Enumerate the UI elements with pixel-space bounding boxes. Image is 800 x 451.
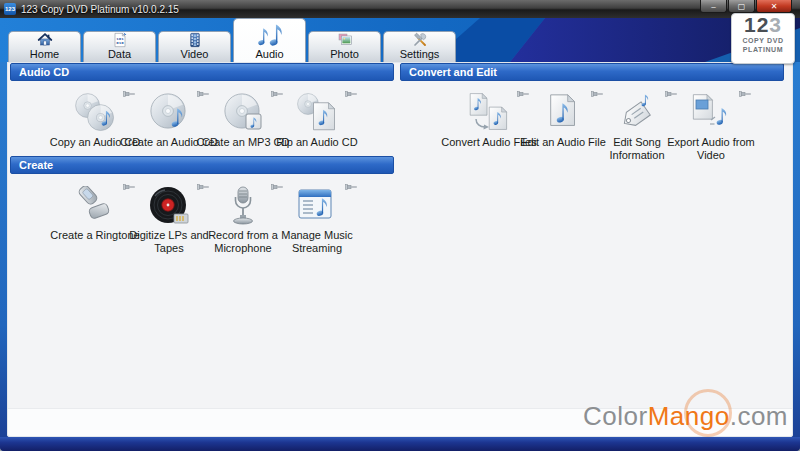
pin-icon[interactable] [345, 182, 358, 192]
tab-video[interactable]: Video [158, 31, 231, 62]
ringtone-icon [75, 186, 115, 226]
data-icon: 101 010 [109, 32, 131, 48]
photo-icon [334, 32, 356, 48]
svg-text:101: 101 [116, 37, 124, 41]
tool-icon-area [58, 88, 132, 133]
tab-home[interactable]: Home [8, 31, 81, 62]
window-title: 123 Copy DVD Platinum v10.0.2.15 [21, 4, 179, 15]
create-audio-cd-icon [149, 93, 189, 133]
section-items: Copy an Audio CD Create an Audio CD [10, 88, 394, 149]
tool-icon-area [674, 88, 748, 133]
tool-icon-area [526, 88, 600, 133]
tab-label: Data [108, 48, 131, 61]
app-icon: 123 [4, 3, 16, 15]
window-controls: – ▢ ✕ [700, 0, 792, 13]
tool-icon-area [206, 181, 280, 226]
tool-export-audio-from-video[interactable]: Export Audio from Video [674, 88, 748, 162]
tool-icon-area [132, 181, 206, 226]
product-logo: 123 COPY DVD PLATINUM [731, 13, 795, 64]
tab-settings[interactable]: Settings [383, 31, 456, 62]
edit-song-info-icon [617, 93, 657, 133]
section-create: Create Create a Ringtone [10, 156, 394, 255]
tab-label: Audio [255, 48, 283, 61]
tool-icon-area [132, 88, 206, 133]
export-audio-icon [691, 93, 731, 133]
logo-line2: COPY DVD [732, 36, 794, 45]
section-header: Convert and Edit [400, 63, 784, 81]
content-area: Audio CD Copy an Audio CD [7, 62, 793, 437]
microphone-icon [223, 186, 263, 226]
tool-icon-area [206, 88, 280, 133]
copy-audio-cd-icon [75, 93, 115, 133]
home-icon [34, 32, 56, 48]
svg-text:010: 010 [116, 41, 124, 45]
pin-icon[interactable] [739, 89, 752, 99]
section-items: Convert Audio Files Edit an Audio File [400, 88, 784, 162]
pin-icon[interactable] [345, 89, 358, 99]
music-streaming-icon [297, 186, 337, 226]
tab-bar: Home 101 010 Data [8, 18, 458, 62]
rip-audio-cd-icon [297, 93, 337, 133]
convert-audio-files-icon [469, 93, 509, 133]
tool-convert-audio-files[interactable]: Convert Audio Files [452, 88, 526, 162]
logo-line3: PLATINUM [732, 45, 794, 54]
minimize-button[interactable]: – [700, 0, 727, 13]
tab-label: Photo [330, 48, 359, 61]
section-audio-cd: Audio CD Copy an Audio CD [10, 63, 394, 149]
window-bottom-frame [0, 437, 800, 451]
section-items: Create a Ringtone [10, 181, 394, 255]
tab-label: Home [30, 48, 59, 61]
video-icon [184, 32, 206, 48]
settings-icon [409, 32, 431, 48]
tab-audio[interactable]: Audio [233, 18, 306, 62]
maximize-button[interactable]: ▢ [728, 0, 755, 13]
section-header: Create [10, 156, 394, 174]
tool-label: Export Audio from Video [662, 136, 760, 162]
tool-icon-area [452, 88, 526, 133]
app-window: 123 123 Copy DVD Platinum v10.0.2.15 – ▢… [0, 0, 800, 451]
vinyl-icon [149, 186, 189, 226]
titlebar: 123 123 Copy DVD Platinum v10.0.2.15 [0, 0, 800, 18]
tab-label: Settings [400, 48, 440, 61]
ribbon-banner: Home 101 010 Data [0, 18, 800, 62]
tab-data[interactable]: 101 010 Data [83, 31, 156, 62]
tool-icon-area [58, 181, 132, 226]
tab-photo[interactable]: Photo [308, 31, 381, 62]
tool-label: Manage Music Streaming [268, 229, 366, 255]
tool-icon-area [280, 181, 354, 226]
tool-manage-music-streaming[interactable]: Manage Music Streaming [280, 181, 354, 255]
tab-label: Video [181, 48, 209, 61]
logo-number: 123 [732, 14, 794, 36]
close-button[interactable]: ✕ [756, 0, 792, 13]
tool-label: Rip an Audio CD [268, 136, 366, 149]
section-header: Audio CD [10, 63, 394, 81]
tool-icon-area [280, 88, 354, 133]
tool-rip-audio-cd[interactable]: Rip an Audio CD [280, 88, 354, 149]
create-mp3-cd-icon [223, 93, 263, 133]
edit-audio-file-icon [543, 93, 583, 133]
watermark: ColorMango.com [583, 401, 788, 432]
tool-icon-area [600, 88, 674, 133]
section-convert-and-edit: Convert and Edit Conver [400, 63, 784, 162]
audio-icon [255, 21, 285, 48]
